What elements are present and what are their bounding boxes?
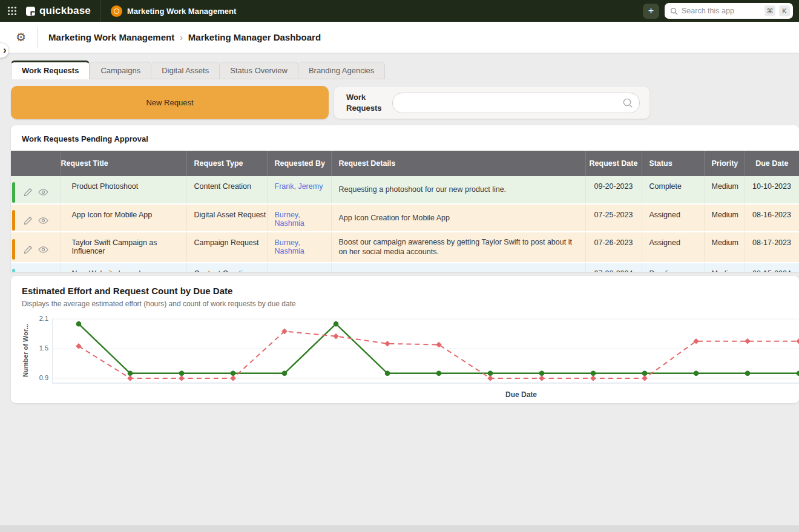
data-point-marker[interactable]	[694, 371, 699, 376]
data-point-marker[interactable]	[282, 371, 288, 376]
data-point-marker[interactable]	[179, 375, 185, 381]
chart-subtitle: Displays the average estimated effort (h…	[22, 300, 799, 308]
data-point-marker[interactable]	[487, 375, 493, 381]
work-requests-search-box[interactable]	[392, 93, 640, 113]
data-point-marker[interactable]	[590, 375, 596, 381]
cell-request-title: Product Photoshoot	[61, 176, 186, 204]
cell-request-type: Content Creation	[186, 176, 267, 204]
work-requests-search-input[interactable]	[401, 98, 622, 107]
data-point-marker[interactable]	[796, 338, 799, 344]
report-title: Work Requests Pending Approval	[11, 125, 799, 151]
app-search-input[interactable]	[682, 7, 761, 15]
data-point-marker[interactable]	[642, 371, 648, 376]
data-point-marker[interactable]	[539, 371, 545, 376]
chevron-right-icon: ›	[3, 45, 6, 55]
column-header-request-details: Request Details	[331, 151, 585, 176]
tab-work-requests[interactable]: Work Requests	[11, 61, 90, 79]
breadcrumb-bar: ⚙ Marketing Work Management › Marketing …	[0, 22, 799, 53]
data-point-marker[interactable]	[76, 321, 82, 327]
view-eye-icon[interactable]	[38, 246, 48, 254]
requested-by-link[interactable]: Frank, Jeremy	[275, 182, 323, 191]
cell-priority: Medium	[704, 232, 745, 263]
cell-priority: Medium	[704, 176, 745, 204]
settings-gear-icon[interactable]: ⚙	[16, 30, 26, 44]
cell-request-title: App Icon for Mobile App	[61, 204, 186, 232]
data-point-marker[interactable]	[797, 371, 799, 376]
breadcrumb-app-link[interactable]: Marketing Work Management	[48, 32, 174, 42]
column-header-request-type: Request Type	[186, 151, 267, 176]
cell-status: Pending Review	[642, 263, 704, 272]
cell-status: Assigned	[642, 232, 704, 263]
table-header-row: Request TitleRequest TypeRequested ByReq…	[11, 151, 799, 176]
data-point-marker[interactable]	[127, 375, 133, 381]
column-header-actions	[11, 151, 61, 176]
data-point-marker[interactable]	[745, 338, 751, 344]
column-header-due-date: Due Date	[745, 151, 799, 176]
y-tick-label: 1.5	[39, 344, 48, 352]
tab-bar: Work RequestsCampaignsDigital AssetsStat…	[11, 61, 799, 79]
breadcrumb-divider	[37, 27, 38, 48]
cell-priority: Medium	[704, 204, 745, 232]
cell-request-details: Boost our campaign awareness by getting …	[331, 232, 585, 263]
edit-pencil-icon[interactable]	[24, 188, 33, 197]
data-point-marker[interactable]	[436, 371, 442, 376]
column-header-status: Status	[642, 151, 704, 176]
row-actions-cell	[11, 232, 61, 263]
tab-digital-assets[interactable]: Digital Assets	[151, 62, 220, 79]
main-content: Work RequestsCampaignsDigital AssetsStat…	[0, 53, 799, 403]
x-axis-label: Due Date	[85, 390, 799, 399]
breadcrumb-separator: ›	[180, 33, 183, 42]
app-switcher-icon[interactable]	[7, 6, 17, 16]
cell-due-date: 10-10-2023	[745, 176, 799, 204]
data-point-marker[interactable]	[384, 341, 390, 347]
cell-priority: Medium	[704, 263, 745, 272]
row-status-stripe	[12, 269, 15, 272]
data-point-marker[interactable]	[334, 321, 339, 327]
quickbase-logo[interactable]: quickbase	[25, 5, 91, 17]
app-search-box[interactable]: ⌘ K	[665, 3, 793, 19]
line-chart	[52, 314, 799, 387]
requested-by-link[interactable]: Burney, Nashmia	[275, 211, 304, 228]
tab-branding-agencies[interactable]: Branding Agencies	[298, 62, 385, 79]
data-point-marker[interactable]	[230, 375, 236, 381]
new-request-button[interactable]: New Request	[11, 86, 329, 119]
data-point-marker[interactable]	[745, 371, 751, 376]
tab-campaigns[interactable]: Campaigns	[90, 62, 151, 79]
data-point-marker[interactable]	[591, 371, 596, 376]
data-point-marker[interactable]	[179, 371, 185, 376]
pending-approval-report-card: Work Requests Pending Approval Request T…	[11, 125, 799, 272]
toolbar-row: New Request Work Requests	[11, 86, 799, 119]
data-point-marker[interactable]	[231, 371, 236, 376]
tab-status-overview[interactable]: Status Overview	[220, 62, 298, 79]
data-point-marker[interactable]	[488, 371, 493, 376]
data-point-marker[interactable]	[76, 343, 82, 349]
view-eye-icon[interactable]	[38, 188, 48, 196]
horizontal-scrollbar[interactable]	[0, 525, 799, 532]
data-point-marker[interactable]	[333, 333, 339, 340]
row-actions-cell	[11, 176, 61, 204]
requested-by-link[interactable]: Burney, Nashmia	[275, 238, 304, 255]
cell-request-details: App Icon Creation for Mobile App	[331, 204, 585, 232]
brand-name: quickbase	[39, 5, 91, 17]
edit-pencil-icon[interactable]	[24, 245, 33, 254]
data-point-marker[interactable]	[128, 371, 133, 376]
data-point-marker[interactable]	[642, 375, 648, 381]
cell-requested-by: Burney, Nashmia	[267, 232, 331, 263]
search-icon	[670, 7, 678, 15]
cell-request-date: 07-25-2023	[585, 204, 642, 232]
cell-status: Complete	[642, 176, 704, 204]
data-point-marker[interactable]	[385, 371, 390, 376]
column-header-requested-by: Requested By	[267, 151, 331, 176]
cell-requested-by: Burney, Nashmia	[267, 204, 331, 232]
view-eye-icon[interactable]	[38, 217, 48, 225]
quickbase-logo-icon	[25, 6, 36, 16]
current-app-chip[interactable]: Marketing Work Management	[111, 5, 236, 17]
work-requests-search-card: Work Requests	[334, 86, 650, 119]
cell-request-type: Content Creation	[186, 263, 267, 272]
create-new-button[interactable]: +	[643, 4, 659, 19]
row-actions-cell	[11, 263, 61, 272]
data-point-marker[interactable]	[539, 375, 545, 381]
y-tick-label: 2.1	[39, 315, 48, 322]
top-app-bar: quickbase Marketing Work Management + ⌘ …	[0, 0, 799, 22]
edit-pencil-icon[interactable]	[24, 216, 33, 225]
